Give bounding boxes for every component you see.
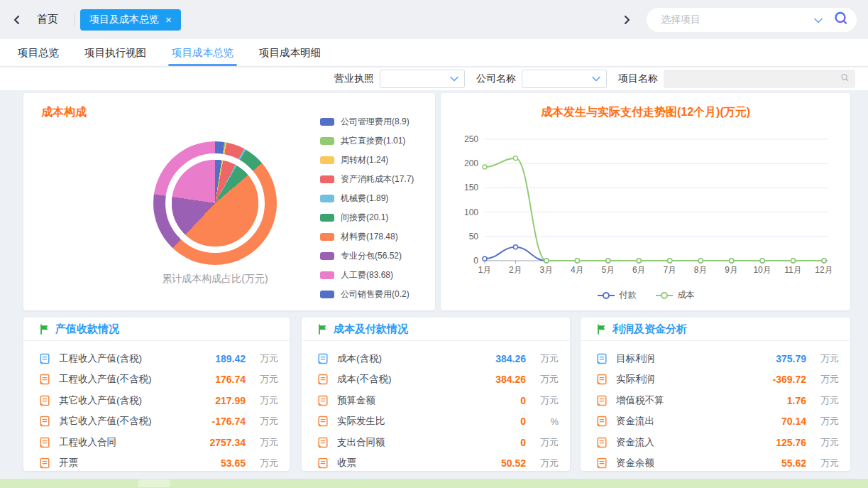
line-legend-item-0[interactable]: 付款 bbox=[597, 289, 637, 301]
stat-row-label: 实际发生比 bbox=[337, 415, 385, 428]
pie-legend-item-3[interactable]: 资产消耗成本(17.7) bbox=[320, 173, 414, 185]
stat-row-label: 工程收入合同 bbox=[59, 436, 116, 449]
search-icon-small[interactable] bbox=[840, 73, 850, 85]
legend-color-swatch bbox=[320, 233, 334, 241]
stat-row-value: 0 bbox=[476, 395, 526, 406]
line-legend-marker bbox=[597, 291, 615, 300]
stat-row-label: 资金流出 bbox=[616, 415, 654, 428]
project-select-dropdown[interactable]: 选择项目 bbox=[647, 8, 857, 32]
document-icon bbox=[317, 437, 329, 448]
forward-chevron-icon[interactable] bbox=[617, 10, 637, 30]
stat-row-unit: 万元 bbox=[806, 352, 839, 365]
back-chevron-icon[interactable] bbox=[7, 10, 27, 30]
document-icon bbox=[596, 374, 608, 385]
stat-row-unit: 万元 bbox=[806, 394, 839, 407]
search-icon[interactable] bbox=[833, 10, 850, 30]
home-link[interactable]: 首页 bbox=[37, 13, 58, 26]
legend-color-swatch bbox=[320, 175, 334, 183]
stat-row: 其它收入产值(不含税)-176.74万元 bbox=[39, 411, 278, 433]
legend-label: 机械费(1.89) bbox=[341, 193, 388, 205]
document-icon bbox=[39, 457, 50, 469]
svg-text:3月: 3月 bbox=[540, 265, 554, 275]
line-legend-item-1[interactable]: 成本 bbox=[655, 289, 695, 301]
line-chart-legend: 付款成本 bbox=[441, 289, 850, 301]
license-select[interactable] bbox=[380, 70, 465, 88]
tab-2[interactable]: 项目成本总览 bbox=[172, 39, 234, 66]
tab-0[interactable]: 项目总览 bbox=[18, 39, 59, 66]
license-filter-label: 营业执照 bbox=[334, 72, 374, 85]
stat-row: 支出合同额0万元 bbox=[317, 432, 559, 453]
legend-label: 专业分包(56.52) bbox=[341, 250, 402, 262]
stat-row-unit: 万元 bbox=[806, 457, 839, 470]
document-icon bbox=[39, 353, 50, 364]
svg-text:50: 50 bbox=[469, 232, 479, 242]
project-name-input[interactable] bbox=[664, 70, 855, 88]
pie-chart-caption: 累计成本构成占比(万元) bbox=[109, 273, 322, 286]
stat-row: 收票50.52万元 bbox=[317, 453, 559, 472]
company-filter-label: 公司名称 bbox=[476, 72, 516, 85]
stat-row-label: 目标利润 bbox=[616, 352, 654, 365]
stat-row-value: 1.76 bbox=[757, 395, 806, 406]
company-select[interactable] bbox=[522, 70, 607, 88]
pie-legend-item-2[interactable]: 周转材(1.24) bbox=[320, 154, 414, 166]
pie-legend-item-8[interactable]: 人工费(83.68) bbox=[320, 269, 414, 281]
document-icon bbox=[596, 457, 608, 469]
stat-row-unit: % bbox=[526, 416, 559, 427]
pie-legend: 公司管理费用(8.9)其它直接费(1.01)周转材(1.24)资产消耗成本(17… bbox=[320, 116, 414, 300]
svg-text:5月: 5月 bbox=[601, 265, 615, 275]
stat-row-value: 189.42 bbox=[196, 353, 246, 364]
stat-row: 成本(含税)384.26万元 bbox=[317, 348, 559, 369]
cost-payment-trend-card: 成本发生与实际支付走势图(12个月)(万元) 0501001502002501月… bbox=[441, 93, 850, 310]
pie-legend-item-1[interactable]: 其它直接费(1.01) bbox=[320, 135, 414, 147]
stat-row-value: 0 bbox=[476, 437, 526, 448]
svg-text:100: 100 bbox=[464, 207, 478, 217]
stat-row-label: 支出合同额 bbox=[337, 436, 385, 449]
stat-row-unit: 万元 bbox=[246, 436, 278, 449]
close-icon[interactable]: × bbox=[165, 14, 172, 25]
project-name-filter-label: 项目名称 bbox=[618, 72, 658, 85]
stat-row: 工程收入合同2757.34万元 bbox=[39, 432, 278, 453]
tab-1[interactable]: 项目执行视图 bbox=[84, 39, 146, 66]
stat-row-value: 70.14 bbox=[757, 416, 806, 427]
document-icon bbox=[596, 353, 608, 364]
stat-row-label: 增值税不算 bbox=[616, 394, 664, 407]
stat-row-label: 预算金额 bbox=[337, 394, 375, 407]
stat-row-label: 其它收入产值(含税) bbox=[59, 394, 142, 407]
pie-legend-item-0[interactable]: 公司管理费用(8.9) bbox=[320, 116, 414, 128]
pie-legend-item-4[interactable]: 机械费(1.89) bbox=[320, 193, 414, 205]
legend-label: 材料费(178.48) bbox=[341, 231, 398, 243]
document-icon bbox=[39, 395, 50, 406]
svg-text:2月: 2月 bbox=[509, 265, 522, 275]
stat-row-unit: 万元 bbox=[806, 436, 839, 449]
svg-text:0: 0 bbox=[473, 256, 478, 266]
pie-legend-item-6[interactable]: 材料费(178.48) bbox=[320, 231, 414, 243]
horizontal-scrollbar-thumb[interactable] bbox=[138, 479, 170, 487]
horizontal-scrollbar-track[interactable] bbox=[0, 479, 868, 488]
document-icon bbox=[317, 374, 329, 385]
svg-text:7月: 7月 bbox=[663, 265, 676, 275]
stat-row-label: 其它收入产值(不含税) bbox=[59, 415, 152, 428]
legend-label: 人工费(83.68) bbox=[341, 269, 393, 281]
stat-row-label: 成本(不含税) bbox=[337, 373, 392, 386]
cost-composition-card: 成本构成 累计成本构成占比(万元) 公司管理费用(8.9)其它直接费(1.01)… bbox=[23, 93, 435, 310]
stat-card-header: 利润及资金分析 bbox=[581, 318, 850, 341]
stat-row-unit: 万元 bbox=[806, 373, 839, 386]
legend-color-swatch bbox=[320, 137, 334, 145]
document-icon bbox=[317, 457, 329, 469]
pie-legend-item-7[interactable]: 专业分包(56.52) bbox=[320, 250, 414, 262]
svg-text:250: 250 bbox=[464, 134, 478, 144]
stat-row-unit: 万元 bbox=[246, 352, 278, 365]
filter-bar: 营业执照 公司名称 项目名称 bbox=[0, 67, 868, 90]
chevron-down-icon bbox=[814, 13, 823, 26]
stat-row-label: 工程收入产值(不含税) bbox=[59, 373, 152, 386]
stat-row: 目标利润375.79万元 bbox=[596, 348, 839, 369]
stat-row-value: 384.26 bbox=[476, 353, 526, 364]
pie-legend-item-5[interactable]: 间接费(20.1) bbox=[320, 212, 414, 224]
pie-legend-item-9[interactable]: 公司销售费用(0.2) bbox=[320, 288, 414, 300]
stat-row-unit: 万元 bbox=[526, 436, 559, 449]
stat-row-label: 资金余额 bbox=[616, 457, 654, 470]
stat-row: 预算金额0万元 bbox=[317, 390, 559, 411]
page-tab-pill[interactable]: 项目及成本总览 × bbox=[80, 9, 181, 31]
tab-3[interactable]: 项目成本明细 bbox=[259, 39, 321, 66]
document-icon bbox=[596, 437, 608, 448]
